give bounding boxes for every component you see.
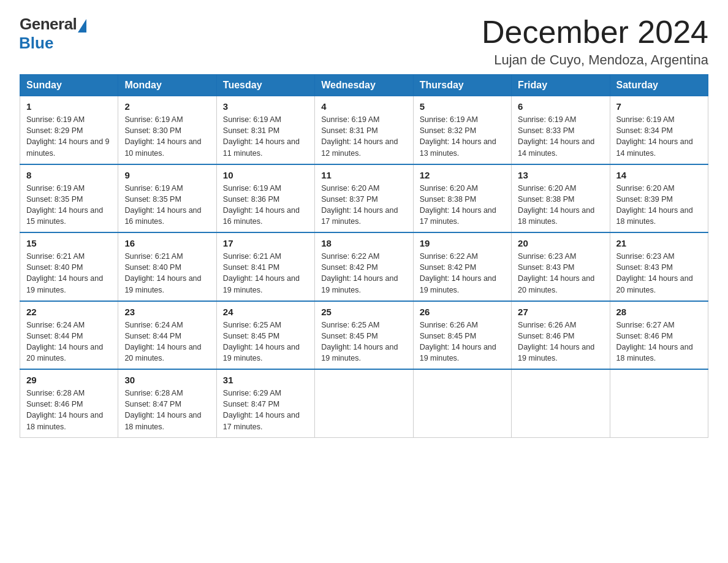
- calendar-day-cell: [512, 369, 610, 437]
- main-title: December 2024: [482, 15, 708, 50]
- day-number: 15: [26, 238, 112, 248]
- day-info: Sunrise: 6:20 AMSunset: 8:38 PMDaylight:…: [518, 183, 603, 228]
- day-number: 8: [26, 170, 112, 180]
- day-info: Sunrise: 6:23 AMSunset: 8:43 PMDaylight:…: [616, 251, 702, 296]
- calendar-day-cell: 16Sunrise: 6:21 AMSunset: 8:40 PMDayligh…: [118, 232, 216, 301]
- day-info: Sunrise: 6:20 AMSunset: 8:38 PMDaylight:…: [420, 183, 505, 228]
- calendar-day-cell: 23Sunrise: 6:24 AMSunset: 8:44 PMDayligh…: [118, 301, 216, 370]
- day-number: 1: [26, 101, 112, 112]
- calendar-day-cell: 7Sunrise: 6:19 AMSunset: 8:34 PMDaylight…: [610, 96, 708, 164]
- calendar-day-cell: 30Sunrise: 6:28 AMSunset: 8:47 PMDayligh…: [118, 369, 216, 437]
- day-number: 4: [321, 101, 406, 112]
- calendar-table: SundayMondayTuesdayWednesdayThursdayFrid…: [20, 74, 708, 438]
- calendar-day-cell: [413, 369, 511, 437]
- calendar-day-cell: 1Sunrise: 6:19 AMSunset: 8:29 PMDaylight…: [20, 96, 118, 164]
- calendar-day-cell: 19Sunrise: 6:22 AMSunset: 8:42 PMDayligh…: [413, 232, 511, 301]
- calendar-day-cell: 3Sunrise: 6:19 AMSunset: 8:31 PMDaylight…: [216, 96, 314, 164]
- calendar-day-cell: 10Sunrise: 6:19 AMSunset: 8:36 PMDayligh…: [216, 164, 314, 233]
- day-number: 16: [124, 238, 210, 248]
- logo-general-text: General: [20, 15, 77, 34]
- calendar-week-row: 8Sunrise: 6:19 AMSunset: 8:35 PMDaylight…: [20, 164, 708, 233]
- day-info: Sunrise: 6:26 AMSunset: 8:45 PMDaylight:…: [420, 320, 505, 364]
- day-info: Sunrise: 6:19 AMSunset: 8:34 PMDaylight:…: [616, 114, 702, 159]
- day-info: Sunrise: 6:25 AMSunset: 8:45 PMDaylight:…: [223, 320, 308, 364]
- day-number: 22: [26, 307, 112, 317]
- day-number: 5: [420, 101, 505, 112]
- day-number: 24: [223, 307, 308, 317]
- location-subtitle: Lujan de Cuyo, Mendoza, Argentina: [482, 52, 708, 68]
- calendar-day-cell: 31Sunrise: 6:29 AMSunset: 8:47 PMDayligh…: [216, 369, 314, 437]
- day-number: 20: [518, 238, 603, 248]
- day-number: 26: [420, 307, 505, 317]
- day-info: Sunrise: 6:22 AMSunset: 8:42 PMDaylight:…: [321, 251, 406, 296]
- day-number: 28: [616, 307, 702, 317]
- logo-blue-text: Blue: [19, 34, 53, 53]
- calendar-day-cell: 5Sunrise: 6:19 AMSunset: 8:32 PMDaylight…: [413, 96, 511, 164]
- day-number: 23: [124, 307, 210, 317]
- day-info: Sunrise: 6:21 AMSunset: 8:40 PMDaylight:…: [26, 251, 112, 296]
- day-number: 27: [518, 307, 603, 317]
- day-info: Sunrise: 6:21 AMSunset: 8:41 PMDaylight:…: [223, 251, 308, 296]
- day-number: 19: [420, 238, 505, 248]
- calendar-week-row: 1Sunrise: 6:19 AMSunset: 8:29 PMDaylight…: [20, 96, 708, 164]
- day-info: Sunrise: 6:23 AMSunset: 8:43 PMDaylight:…: [518, 251, 603, 296]
- day-number: 7: [616, 101, 702, 112]
- col-header-monday: Monday: [118, 75, 216, 96]
- calendar-day-cell: 11Sunrise: 6:20 AMSunset: 8:37 PMDayligh…: [315, 164, 413, 233]
- day-number: 13: [518, 170, 603, 180]
- calendar-day-cell: 20Sunrise: 6:23 AMSunset: 8:43 PMDayligh…: [512, 232, 610, 301]
- day-info: Sunrise: 6:19 AMSunset: 8:31 PMDaylight:…: [223, 114, 308, 159]
- day-info: Sunrise: 6:19 AMSunset: 8:32 PMDaylight:…: [420, 114, 505, 159]
- day-info: Sunrise: 6:19 AMSunset: 8:33 PMDaylight:…: [518, 114, 603, 159]
- day-info: Sunrise: 6:19 AMSunset: 8:31 PMDaylight:…: [321, 114, 406, 159]
- calendar-day-cell: [315, 369, 413, 437]
- day-info: Sunrise: 6:20 AMSunset: 8:39 PMDaylight:…: [616, 183, 702, 228]
- day-info: Sunrise: 6:19 AMSunset: 8:36 PMDaylight:…: [223, 183, 308, 228]
- day-info: Sunrise: 6:28 AMSunset: 8:47 PMDaylight:…: [124, 388, 210, 432]
- day-number: 30: [124, 375, 210, 385]
- day-info: Sunrise: 6:22 AMSunset: 8:42 PMDaylight:…: [420, 251, 505, 296]
- day-number: 10: [223, 170, 308, 180]
- day-info: Sunrise: 6:25 AMSunset: 8:45 PMDaylight:…: [321, 320, 406, 364]
- col-header-friday: Friday: [512, 75, 610, 96]
- page-header: General Blue December 2024 Lujan de Cuyo…: [20, 15, 708, 68]
- col-header-tuesday: Tuesday: [216, 75, 314, 96]
- calendar-week-row: 22Sunrise: 6:24 AMSunset: 8:44 PMDayligh…: [20, 301, 708, 370]
- calendar-day-cell: 6Sunrise: 6:19 AMSunset: 8:33 PMDaylight…: [512, 96, 610, 164]
- day-info: Sunrise: 6:24 AMSunset: 8:44 PMDaylight:…: [26, 320, 112, 364]
- day-number: 17: [223, 238, 308, 248]
- day-number: 21: [616, 238, 702, 248]
- calendar-day-cell: 29Sunrise: 6:28 AMSunset: 8:46 PMDayligh…: [20, 369, 118, 437]
- calendar-day-cell: 25Sunrise: 6:25 AMSunset: 8:45 PMDayligh…: [315, 301, 413, 370]
- day-info: Sunrise: 6:24 AMSunset: 8:44 PMDaylight:…: [124, 320, 210, 364]
- day-number: 2: [124, 101, 210, 112]
- calendar-day-cell: 21Sunrise: 6:23 AMSunset: 8:43 PMDayligh…: [610, 232, 708, 301]
- calendar-day-cell: 24Sunrise: 6:25 AMSunset: 8:45 PMDayligh…: [216, 301, 314, 370]
- calendar-day-cell: 28Sunrise: 6:27 AMSunset: 8:46 PMDayligh…: [610, 301, 708, 370]
- day-number: 31: [223, 375, 308, 385]
- calendar-header-row: SundayMondayTuesdayWednesdayThursdayFrid…: [20, 75, 708, 96]
- day-number: 25: [321, 307, 406, 317]
- calendar-week-row: 15Sunrise: 6:21 AMSunset: 8:40 PMDayligh…: [20, 232, 708, 301]
- day-number: 29: [26, 375, 112, 385]
- calendar-day-cell: 12Sunrise: 6:20 AMSunset: 8:38 PMDayligh…: [413, 164, 511, 233]
- day-number: 18: [321, 238, 406, 248]
- day-info: Sunrise: 6:29 AMSunset: 8:47 PMDaylight:…: [223, 388, 308, 432]
- calendar-day-cell: 9Sunrise: 6:19 AMSunset: 8:35 PMDaylight…: [118, 164, 216, 233]
- calendar-day-cell: 14Sunrise: 6:20 AMSunset: 8:39 PMDayligh…: [610, 164, 708, 233]
- calendar-day-cell: 17Sunrise: 6:21 AMSunset: 8:41 PMDayligh…: [216, 232, 314, 301]
- day-number: 3: [223, 101, 308, 112]
- calendar-day-cell: 27Sunrise: 6:26 AMSunset: 8:46 PMDayligh…: [512, 301, 610, 370]
- calendar-day-cell: 4Sunrise: 6:19 AMSunset: 8:31 PMDaylight…: [315, 96, 413, 164]
- calendar-week-row: 29Sunrise: 6:28 AMSunset: 8:46 PMDayligh…: [20, 369, 708, 437]
- day-info: Sunrise: 6:20 AMSunset: 8:37 PMDaylight:…: [321, 183, 406, 228]
- day-info: Sunrise: 6:21 AMSunset: 8:40 PMDaylight:…: [124, 251, 210, 296]
- day-info: Sunrise: 6:19 AMSunset: 8:29 PMDaylight:…: [26, 114, 112, 159]
- calendar-day-cell: 15Sunrise: 6:21 AMSunset: 8:40 PMDayligh…: [20, 232, 118, 301]
- calendar-day-cell: 22Sunrise: 6:24 AMSunset: 8:44 PMDayligh…: [20, 301, 118, 370]
- day-info: Sunrise: 6:19 AMSunset: 8:35 PMDaylight:…: [124, 183, 210, 228]
- day-info: Sunrise: 6:26 AMSunset: 8:46 PMDaylight:…: [518, 320, 603, 364]
- calendar-day-cell: 13Sunrise: 6:20 AMSunset: 8:38 PMDayligh…: [512, 164, 610, 233]
- logo-triangle-icon: [78, 19, 86, 33]
- day-number: 6: [518, 101, 603, 112]
